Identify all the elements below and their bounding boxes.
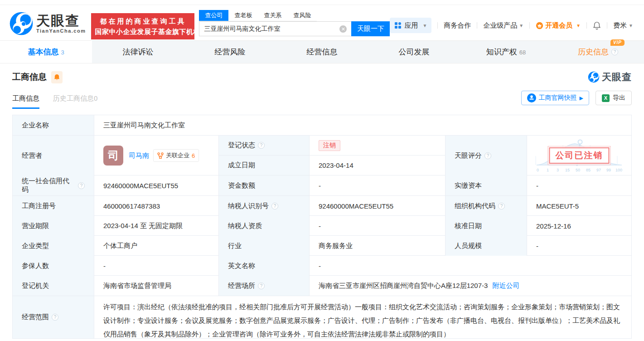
official-snapshot-button[interactable]: 工商官网快照 ▶: [521, 91, 589, 105]
subtab-history-business-info[interactable]: 历史工商信息0: [53, 94, 97, 109]
promo-line-2: 国家中小企业发展子基金旗下机构: [95, 26, 191, 37]
field-value-business-scope: 许可项目：演出经纪（依法须经批准的项目，经相关部门批准后方可开展经营活动）一般项…: [94, 296, 631, 338]
excel-icon: X: [602, 94, 610, 102]
export-button[interactable]: X 导出: [596, 91, 632, 105]
label-text: 登记状态: [228, 141, 255, 150]
help-icon[interactable]: ?: [498, 203, 505, 209]
vip-label: 开通会员: [545, 21, 572, 30]
help-icon[interactable]: ?: [78, 182, 85, 189]
field-value-english-name: -: [310, 256, 631, 276]
help-icon[interactable]: ?: [258, 142, 265, 149]
field-value-staff-size: -: [527, 236, 631, 256]
svg-text:50: 50: [576, 168, 580, 172]
search-tab-risk[interactable]: 查风险: [287, 10, 317, 21]
tab-operation-info[interactable]: 经营信息: [276, 41, 368, 63]
tab-count: 3: [61, 49, 64, 56]
label-text: 统一社会信用代码: [22, 177, 75, 194]
tab-intellectual-property[interactable]: 知识产权 68: [460, 41, 552, 63]
search-area: 查公司 查老板 查关系 查风险 ✕ 天眼一下: [199, 10, 390, 36]
top-divider: [0, 0, 644, 5]
help-icon[interactable]: ?: [611, 49, 618, 55]
svg-text:85: 85: [586, 168, 591, 172]
field-label-business-term: 营业期限: [13, 216, 94, 236]
field-label-industry: 行业: [219, 236, 310, 256]
search-button[interactable]: 天眼一下: [351, 21, 390, 36]
score-tick: 0: [537, 168, 539, 172]
tab-operation-risk[interactable]: 经营风险: [184, 41, 276, 63]
tab-basic-info[interactable]: 基本信息 3: [0, 41, 92, 63]
username: 费米: [613, 21, 627, 30]
crown-icon: [536, 22, 543, 29]
tab-company-development[interactable]: 公司发展: [368, 41, 460, 63]
field-label-capital: 资金数额: [219, 175, 310, 195]
svg-text:15: 15: [565, 168, 570, 172]
svg-text:1: 1: [547, 168, 549, 172]
help-icon[interactable]: ?: [484, 152, 491, 159]
tianyancha-logo-icon: [9, 11, 34, 36]
help-icon[interactable]: ?: [271, 203, 278, 209]
label-text: 天眼评分: [455, 151, 482, 160]
related-label: 关联企业: [166, 151, 189, 160]
field-value-credit-code: 92460000MACE5EUT55: [94, 175, 219, 195]
label-text: 经营场所: [228, 282, 255, 290]
panel-title: 工商信息: [12, 71, 47, 83]
subtab-row: 工商信息 历史工商信息0 工商官网快照 ▶ X 导出: [12, 91, 632, 109]
field-label-reg-number: 工商注册号: [13, 196, 94, 216]
search-tab-boss[interactable]: 查老板: [228, 10, 258, 21]
arrow-right-icon: ▶: [580, 95, 583, 101]
apps-menu[interactable]: 应用 ▼: [390, 18, 431, 33]
table-row: 企业名称 三亚崖州司马南文化工作室: [13, 115, 631, 136]
field-value-operator: 司 司马南 关联企业 6: [94, 136, 219, 175]
score-chart-cell: 0 1 3 15 50 85 97 99 100 公司已注销: [527, 136, 631, 175]
field-value-reg-status: 注销: [310, 136, 445, 155]
chevron-down-icon: ▼: [422, 23, 427, 28]
divider: [586, 22, 587, 29]
brand-domain: TianYanCha.com: [36, 28, 86, 34]
subscribe-bell-button[interactable]: [51, 71, 63, 83]
subtab-business-info[interactable]: 工商信息: [12, 94, 39, 109]
table-row: 营业期限 2023-04-14 至 无固定期限 纳税人资质 - 核准日期 202…: [13, 216, 631, 236]
field-label-approval-date: 核准日期: [445, 216, 527, 236]
tab-history-info[interactable]: 历史信息 VIP ?: [552, 41, 644, 63]
tab-legal-litigation[interactable]: 法律诉讼: [92, 41, 184, 63]
nav-enterprise-products[interactable]: 企业级产品 ▼: [483, 21, 523, 30]
table-row: 企业类型 个体工商户 行业 商务服务业 人员规模 -: [13, 236, 631, 256]
table-row: 工商注册号 460000617487383 纳税人识别号 ? 92460000M…: [13, 196, 631, 216]
search-input[interactable]: [204, 25, 339, 33]
clear-icon[interactable]: ✕: [339, 25, 347, 33]
field-value-company-type: 个体工商户: [94, 236, 219, 256]
nav-cooperation[interactable]: 商务合作: [444, 21, 471, 30]
avatar[interactable]: 司: [103, 146, 123, 166]
top-navigation: 应用 ▼ 商务合作 企业级产品 ▼ 开通会员 ▼ 费米: [390, 18, 633, 33]
related-companies-badge[interactable]: 关联企业 6: [153, 149, 199, 162]
field-value-insured-count: -: [94, 256, 219, 276]
help-icon[interactable]: ?: [258, 283, 265, 289]
brand-name: 天眼查: [602, 71, 632, 83]
field-label-operator: 经营者: [13, 136, 94, 175]
bell-icon: [593, 21, 601, 30]
help-icon[interactable]: ?: [52, 314, 58, 321]
table-row: 统一社会信用代码 ? 92460000MACE5EUT55 资金数额 - 实缴资…: [13, 175, 631, 196]
chevron-down-icon: ▼: [629, 23, 633, 28]
nearby-companies-link[interactable]: 附近公司: [492, 282, 519, 290]
brand-name: 天眼查: [36, 14, 86, 28]
app-grid-icon: [394, 22, 402, 29]
search-tab-relation[interactable]: 查关系: [258, 10, 287, 21]
tab-label: 法律诉讼: [123, 47, 154, 57]
table-row: 经营者 司 司马南 关联企业 6 登记: [13, 136, 631, 175]
status-badge: 注销: [319, 140, 340, 151]
field-value-industry: 商务服务业: [310, 236, 445, 256]
org-chart-icon: [157, 152, 164, 159]
search-tab-company[interactable]: 查公司: [199, 10, 228, 21]
notifications-button[interactable]: [593, 21, 601, 30]
address-text: 海南省三亚市崖州区招商崖州湾自贸中心A座12层1207-3: [319, 282, 488, 290]
vip-badge: VIP: [610, 39, 625, 46]
tianyancha-logo[interactable]: 天眼查 TianYanCha.com: [9, 11, 86, 36]
operator-name-link[interactable]: 司马南: [129, 151, 149, 160]
field-value-business-address: 海南省三亚市崖州区招商崖州湾自贸中心A座12层1207-3 附近公司: [310, 276, 631, 296]
chevron-down-icon: ▼: [519, 23, 523, 28]
nav-open-vip[interactable]: 开通会员 ▼: [536, 21, 581, 30]
bell-icon: [54, 74, 60, 81]
tab-label: 公司发展: [399, 47, 430, 57]
user-menu[interactable]: 费米 ▼: [613, 21, 633, 30]
